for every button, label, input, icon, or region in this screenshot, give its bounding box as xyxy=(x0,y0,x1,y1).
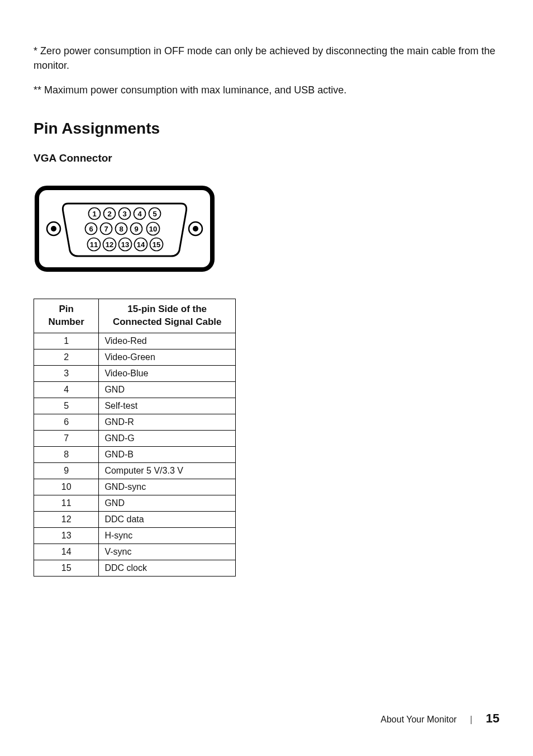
table-row: 10GND-sync xyxy=(34,479,236,495)
cell-signal: GND-sync xyxy=(99,479,236,495)
pin-label: 7 xyxy=(104,225,108,233)
pin-label: 14 xyxy=(137,240,145,249)
pin-label: 4 xyxy=(137,210,142,218)
cell-pin: 11 xyxy=(34,495,99,512)
th-text: Connected Signal Cable xyxy=(113,316,222,327)
sub-title-vga: VGA Connector xyxy=(34,152,499,164)
footnote-1: * Zero power consumption in OFF mode can… xyxy=(34,44,499,73)
cell-signal: GND-B xyxy=(99,447,236,463)
table-header-signal: 15-pin Side of the Connected Signal Cabl… xyxy=(99,299,236,333)
table-row: 5Self-test xyxy=(34,398,236,414)
table-row: 11GND xyxy=(34,495,236,512)
section-title: Pin Assignments xyxy=(34,120,499,138)
table-row: 2Video-Green xyxy=(34,349,236,366)
cell-pin: 10 xyxy=(34,479,99,495)
cell-signal: GND-G xyxy=(99,431,236,447)
cell-signal: Self-test xyxy=(99,398,236,414)
pin-label: 12 xyxy=(106,240,113,249)
cell-signal: V-sync xyxy=(99,544,236,560)
cell-pin: 3 xyxy=(34,366,99,382)
cell-signal: Video-Green xyxy=(99,349,236,366)
table-row: 9Computer 5 V/3.3 V xyxy=(34,463,236,479)
cell-pin: 14 xyxy=(34,544,99,560)
cell-pin: 5 xyxy=(34,398,99,414)
cell-signal: H-sync xyxy=(99,528,236,544)
table-row: 15DDC clock xyxy=(34,560,236,577)
vga-connector-svg: 1 2 3 4 5 6 7 8 9 10 11 12 13 14 15 xyxy=(34,185,216,273)
th-text: Pin xyxy=(59,304,73,314)
table-row: 7GND-G xyxy=(34,431,236,447)
table-row: 4GND xyxy=(34,382,236,398)
footer-divider: | xyxy=(470,715,472,725)
cell-pin: 1 xyxy=(34,333,99,349)
table-row: 1Video-Red xyxy=(34,333,236,349)
table-row: 6GND-R xyxy=(34,414,236,431)
pin-label: 10 xyxy=(149,225,157,233)
table-body: 1Video-Red 2Video-Green 3Video-Blue 4GND… xyxy=(34,333,236,577)
cell-signal: GND xyxy=(99,382,236,398)
cell-signal: DDC data xyxy=(99,512,236,528)
vga-connector-diagram: 1 2 3 4 5 6 7 8 9 10 11 12 13 14 15 xyxy=(34,185,499,273)
footer-section-title: About Your Monitor xyxy=(380,715,456,725)
pin-label: 2 xyxy=(107,210,111,218)
footnote-2: ** Maximum power consumption with max lu… xyxy=(34,83,499,97)
cell-pin: 12 xyxy=(34,512,99,528)
svg-point-4 xyxy=(193,226,198,231)
th-text: 15-pin Side of the xyxy=(127,304,207,314)
cell-pin: 8 xyxy=(34,447,99,463)
th-text: Number xyxy=(49,316,84,327)
cell-signal: Computer 5 V/3.3 V xyxy=(99,463,236,479)
pin-label: 8 xyxy=(119,225,123,233)
cell-pin: 4 xyxy=(34,382,99,398)
pin-label: 6 xyxy=(89,225,93,233)
cell-signal: DDC clock xyxy=(99,560,236,577)
table-row: 12DDC data xyxy=(34,512,236,528)
pin-assignment-table: Pin Number 15-pin Side of the Connected … xyxy=(34,299,236,577)
page-footer: About Your Monitor | 15 xyxy=(380,711,499,726)
cell-pin: 9 xyxy=(34,463,99,479)
pin-row-3: 11 12 13 14 15 xyxy=(88,238,163,251)
cell-pin: 6 xyxy=(34,414,99,431)
table-row: 14V-sync xyxy=(34,544,236,560)
cell-pin: 13 xyxy=(34,528,99,544)
table-row: 3Video-Blue xyxy=(34,366,236,382)
pin-label: 5 xyxy=(153,210,156,218)
footer-page-number: 15 xyxy=(486,711,499,726)
cell-signal: Video-Red xyxy=(99,333,236,349)
pin-label: 13 xyxy=(121,240,129,249)
cell-pin: 15 xyxy=(34,560,99,577)
pin-label: 9 xyxy=(134,225,138,233)
pin-label: 3 xyxy=(122,210,126,218)
table-header-pin: Pin Number xyxy=(34,299,99,333)
pin-label: 1 xyxy=(92,210,96,218)
table-row: 13H-sync xyxy=(34,528,236,544)
cell-signal: GND xyxy=(99,495,236,512)
svg-point-2 xyxy=(51,226,56,231)
table-row: 8GND-B xyxy=(34,447,236,463)
pin-label: 15 xyxy=(153,240,160,249)
cell-signal: GND-R xyxy=(99,414,236,431)
pin-label: 11 xyxy=(90,240,98,249)
cell-pin: 2 xyxy=(34,349,99,366)
cell-signal: Video-Blue xyxy=(99,366,236,382)
cell-pin: 7 xyxy=(34,431,99,447)
